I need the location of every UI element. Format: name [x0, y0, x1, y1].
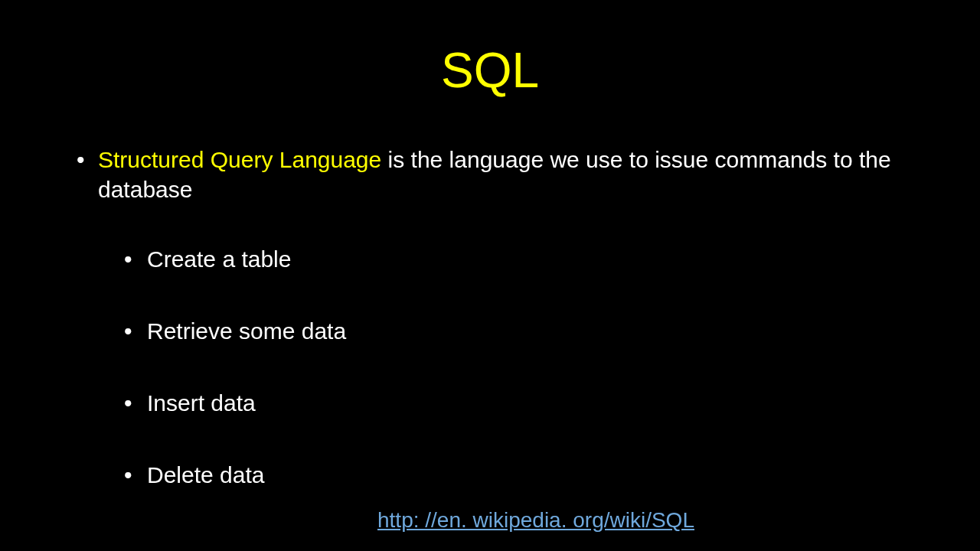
sub-bullet-list: • Create a table • Retrieve some data • …	[77, 246, 919, 488]
bullet-main: • Structured Query Language is the langu…	[77, 145, 919, 204]
slide-content: • Structured Query Language is the langu…	[0, 145, 980, 488]
slide-title: SQL	[0, 42, 980, 99]
bullet-sub: • Create a table	[124, 246, 919, 272]
bullet-icon: •	[124, 390, 147, 416]
reference-link[interactable]: http: //en. wikipedia. org/wiki/SQL	[377, 508, 694, 532]
bullet-main-text: Structured Query Language is the languag…	[98, 145, 919, 204]
bullet-icon: •	[77, 145, 98, 174]
bullet-sub: • Delete data	[124, 462, 919, 488]
bullet-sub-text: Retrieve some data	[147, 318, 346, 344]
bullet-sub: • Insert data	[124, 390, 919, 416]
bullet-icon: •	[124, 462, 147, 488]
link-container: http: //en. wikipedia. org/wiki/SQL	[0, 508, 980, 533]
bullet-icon: •	[124, 318, 147, 344]
bullet-icon: •	[124, 246, 147, 272]
bullet-sub: • Retrieve some data	[124, 318, 919, 344]
bullet-sub-text: Insert data	[147, 390, 256, 416]
slide: SQL • Structured Query Language is the l…	[0, 42, 980, 551]
highlight-term: Structured Query Language	[98, 147, 381, 172]
bullet-sub-text: Delete data	[147, 462, 264, 488]
bullet-sub-text: Create a table	[147, 246, 291, 272]
